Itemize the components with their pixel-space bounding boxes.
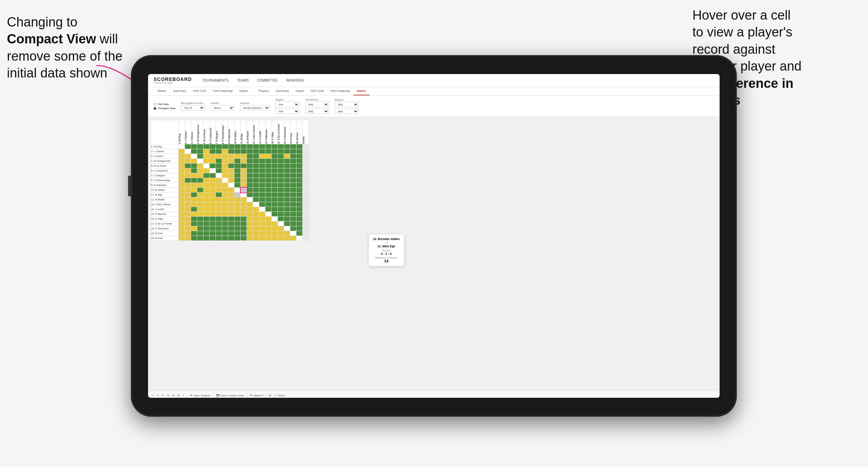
matrix-cell[interactable] <box>259 178 265 183</box>
matrix-cell[interactable] <box>197 197 203 202</box>
matrix-cell[interactable] <box>228 164 234 168</box>
matrix-cell[interactable] <box>179 149 185 154</box>
matrix-cell[interactable] <box>284 193 290 197</box>
matrix-cell[interactable] <box>253 202 259 207</box>
matrix-cell[interactable] <box>259 168 265 173</box>
matrix-cell[interactable] <box>259 221 265 226</box>
matrix-cell[interactable] <box>247 202 253 207</box>
matrix-cell[interactable] <box>259 207 265 212</box>
matrix-cell[interactable] <box>179 217 185 221</box>
matrix-cell[interactable] <box>253 221 259 226</box>
matrix-cell[interactable] <box>179 197 185 202</box>
matrix-cell[interactable] <box>278 226 284 231</box>
matrix-cell[interactable] <box>284 178 290 183</box>
matrix-cell[interactable] <box>278 183 284 188</box>
matrix-cell[interactable] <box>265 178 272 183</box>
matrix-cell[interactable] <box>278 202 284 207</box>
matrix-cell[interactable] <box>278 236 284 241</box>
sub-nav-detail[interactable]: Detail <box>292 87 307 95</box>
matrix-cell[interactable] <box>253 178 259 183</box>
matrix-cell[interactable] <box>210 159 216 164</box>
matrix-cell[interactable] <box>185 221 191 226</box>
matrix-cell[interactable] <box>222 183 228 188</box>
matrix-cell[interactable] <box>191 217 197 221</box>
settings-button[interactable]: ⚙ <box>177 394 180 397</box>
matrix-cell[interactable] <box>210 178 216 183</box>
matrix-cell[interactable] <box>303 144 309 149</box>
matrix-cell[interactable] <box>222 168 228 173</box>
matrix-cell[interactable] <box>265 236 272 241</box>
matrix-cell[interactable] <box>179 159 185 164</box>
matrix-cell[interactable] <box>303 164 309 168</box>
matrix-cell[interactable] <box>222 197 228 202</box>
matrix-cell[interactable] <box>296 202 303 207</box>
matrix-cell[interactable] <box>241 183 247 188</box>
matrix-cell[interactable] <box>216 231 222 236</box>
matrix-cell[interactable] <box>265 202 272 207</box>
matrix-cell[interactable] <box>284 221 290 226</box>
matrix-cell[interactable] <box>284 164 290 168</box>
matrix-cell[interactable] <box>265 159 272 164</box>
matrix-cell[interactable] <box>179 144 185 149</box>
matrix-cell[interactable] <box>203 221 210 226</box>
matrix-cell[interactable] <box>222 178 228 183</box>
matrix-cell[interactable] <box>185 144 191 149</box>
matrix-cell[interactable] <box>284 197 290 202</box>
matrix-cell[interactable] <box>203 173 210 178</box>
matrix-cell[interactable] <box>216 168 222 173</box>
matrix-cell[interactable] <box>210 221 216 226</box>
matrix-cell[interactable] <box>179 207 185 212</box>
matrix-cell[interactable] <box>296 144 303 149</box>
matrix-cell[interactable] <box>303 159 309 164</box>
matrix-cell[interactable] <box>284 188 290 193</box>
matrix-cell[interactable] <box>284 144 290 149</box>
matrix-cell[interactable] <box>216 173 222 178</box>
compact-view-radio[interactable] <box>154 107 156 110</box>
matrix-cell[interactable] <box>191 144 197 149</box>
matrix-cell[interactable] <box>272 178 278 183</box>
matrix-cell[interactable] <box>216 159 222 164</box>
matrix-cell[interactable] <box>234 154 241 159</box>
matrix-cell[interactable] <box>234 144 241 149</box>
matrix-cell[interactable] <box>253 197 259 202</box>
matrix-cell[interactable] <box>210 149 216 154</box>
matrix-cell[interactable] <box>234 226 241 231</box>
matrix-cell[interactable] <box>272 226 278 231</box>
matrix-cell[interactable] <box>191 226 197 231</box>
matrix-cell[interactable] <box>290 168 296 173</box>
matrix-cell[interactable] <box>222 149 228 154</box>
matrix-cell[interactable] <box>191 164 197 168</box>
matrix-cell[interactable] <box>253 149 259 154</box>
matrix-cell[interactable] <box>203 183 210 188</box>
matrix-cell[interactable] <box>185 236 191 241</box>
matrix-cell[interactable] <box>278 159 284 164</box>
matrix-cell[interactable] <box>265 207 272 212</box>
matrix-cell[interactable] <box>191 193 197 197</box>
matrix-cell[interactable] <box>272 164 278 168</box>
sub-nav-h2h-heatmap2[interactable]: H2H Heatmap <box>327 87 353 95</box>
matrix-cell[interactable] <box>228 168 234 173</box>
matrix-cell[interactable] <box>296 178 303 183</box>
matrix-cell[interactable] <box>241 207 247 212</box>
matrix-cell[interactable] <box>265 197 272 202</box>
matrix-cell[interactable] <box>290 144 296 149</box>
matrix-cell[interactable] <box>278 149 284 154</box>
matrix-cell[interactable] <box>265 226 272 231</box>
matrix-cell[interactable] <box>222 188 228 193</box>
matrix-cell[interactable] <box>185 168 191 173</box>
matrix-cell[interactable] <box>247 159 253 164</box>
matrix-cell[interactable] <box>197 193 203 197</box>
matrix-cell[interactable] <box>234 202 241 207</box>
matrix-cell[interactable] <box>222 207 228 212</box>
matrix-cell[interactable] <box>259 188 265 193</box>
matrix-cell[interactable] <box>290 159 296 164</box>
matrix-cell[interactable] <box>203 197 210 202</box>
matrix-cell[interactable] <box>179 221 185 226</box>
matrix-cell[interactable] <box>185 231 191 236</box>
matrix-cell[interactable] <box>253 154 259 159</box>
matrix-cell[interactable] <box>228 173 234 178</box>
matrix-cell[interactable] <box>247 217 253 221</box>
matrix-cell[interactable] <box>191 212 197 217</box>
matrix-cell[interactable] <box>203 212 210 217</box>
matrix-cell[interactable] <box>185 183 191 188</box>
